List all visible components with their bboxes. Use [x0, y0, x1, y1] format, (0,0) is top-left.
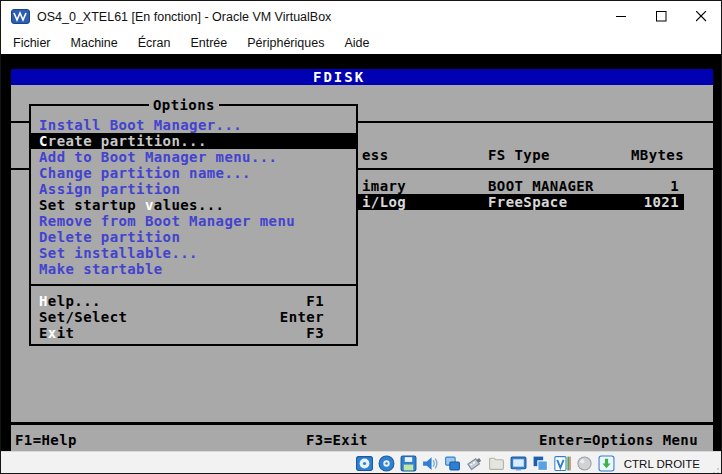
host-keyboard-icon[interactable]	[598, 455, 615, 472]
display-icon[interactable]	[510, 455, 527, 472]
statusline-rule	[11, 422, 713, 425]
options-menu-separator	[31, 284, 356, 286]
minimize-button[interactable]	[601, 1, 641, 32]
menu-item-delete-partition[interactable]: Delete partition	[31, 229, 356, 245]
vbox-statusbar: CTRL DROITE	[1, 451, 722, 474]
virtualization-features-icon[interactable]	[554, 455, 571, 472]
seamless-windows-icon[interactable]	[532, 455, 549, 472]
close-button[interactable]	[681, 1, 721, 32]
table-row-access[interactable]: imary	[362, 178, 406, 194]
optical-disc-icon[interactable]	[378, 455, 395, 472]
table-header-fs-type: FS Type	[488, 147, 550, 163]
maximize-button[interactable]	[641, 1, 681, 32]
menu-peripheriques[interactable]: Périphériques	[237, 34, 334, 52]
virtualbox-logo-icon	[11, 9, 30, 24]
virtualbox-window: OS4_0_XTEL61 [En fonction] - Oracle VM V…	[0, 0, 722, 474]
shortcut-enter: Enter	[280, 309, 324, 325]
floppy-icon[interactable]	[400, 455, 417, 472]
menu-action-help[interactable]: Help...F1	[31, 293, 356, 309]
hint-f3-exit: F3=Exit	[306, 432, 368, 448]
hint-enter-options: Enter=Options Menu	[539, 432, 698, 448]
hint-f1-help: F1=Help	[15, 432, 77, 448]
audio-icon[interactable]	[422, 455, 439, 472]
menu-aide[interactable]: Aide	[334, 34, 379, 52]
window-titlebar: OS4_0_XTEL61 [En fonction] - Oracle VM V…	[1, 1, 721, 32]
network-icon[interactable]	[444, 455, 461, 472]
table-row-fs-type[interactable]: BOOT MANAGER	[488, 178, 594, 194]
hdd-icon[interactable]	[356, 455, 373, 472]
shortcut-f3: F3	[306, 325, 324, 341]
menu-machine[interactable]: Machine	[61, 34, 128, 52]
options-menu-title: Options	[149, 97, 219, 113]
menu-action-set-select[interactable]: Set/SelectEnter	[31, 309, 356, 325]
menu-item-add-to-boot-manager[interactable]: Add to Boot Manager menu...	[31, 149, 356, 165]
usb-icon[interactable]	[466, 455, 483, 472]
menu-entree[interactable]: Entrée	[180, 34, 237, 52]
table-row-mbytes[interactable]: 1021	[601, 194, 679, 210]
table-row-fs-type[interactable]: FreeSpace	[488, 194, 567, 210]
menu-item-assign-partition[interactable]: Assign partition	[31, 181, 356, 197]
window-menubar: Fichier Machine Écran Entrée Périphériqu…	[1, 32, 721, 54]
menu-item-remove-from-boot-manager[interactable]: Remove from Boot Manager menu	[31, 213, 356, 229]
table-row-access[interactable]: i/Log	[362, 194, 406, 210]
fdisk-title: FDISK	[313, 69, 365, 85]
shortcut-f1: F1	[306, 293, 324, 309]
menu-ecran[interactable]: Écran	[128, 34, 181, 52]
menu-item-install-boot-manager[interactable]: Install Boot Manager...	[31, 117, 356, 133]
menu-item-make-startable[interactable]: Make startable	[31, 261, 356, 277]
menu-action-exit[interactable]: ExitF3	[31, 325, 356, 341]
host-key-label: CTRL DROITE	[624, 458, 700, 470]
menu-item-create-partition[interactable]: Create partition...	[31, 133, 356, 149]
resize-grip-icon[interactable]	[708, 463, 720, 474]
mouse-integration-icon[interactable]	[576, 455, 593, 472]
vm-display[interactable]: FDISK ess FS Type MBytes imary BOOT MANA…	[1, 54, 722, 451]
window-title: OS4_0_XTEL61 [En fonction] - Oracle VM V…	[37, 10, 331, 24]
menu-fichier[interactable]: Fichier	[3, 34, 61, 52]
menu-item-change-partition-name[interactable]: Change partition name...	[31, 165, 356, 181]
menu-item-set-startup-values[interactable]: Set startup values...	[31, 197, 356, 213]
options-menu: Options Install Boot Manager... Create p…	[29, 104, 358, 346]
shared-folders-icon[interactable]	[488, 455, 505, 472]
table-header-mbytes: MBytes	[606, 147, 684, 163]
menu-item-set-installable[interactable]: Set installable...	[31, 245, 356, 261]
table-header-access-fragment: ess	[362, 147, 389, 163]
table-row-mbytes[interactable]: 1	[601, 178, 679, 194]
